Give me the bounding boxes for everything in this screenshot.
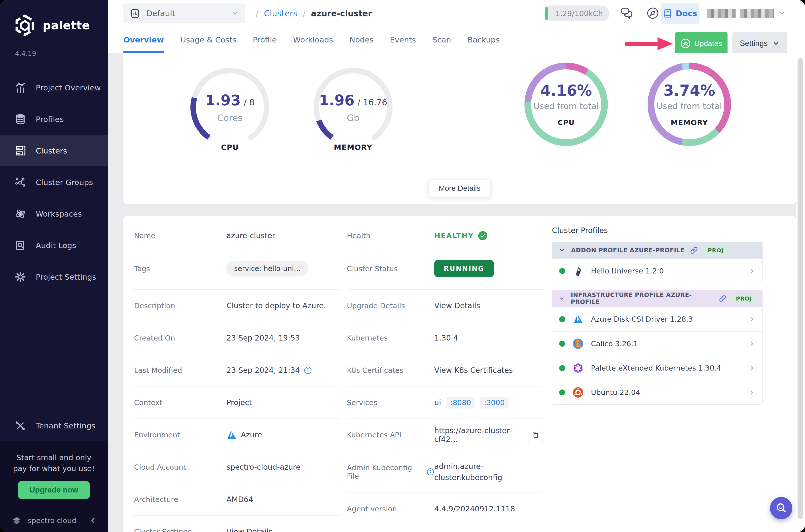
cpu-caption: Used from total	[533, 101, 599, 111]
detail-row-admin-kubeconfig: Admin Kubeconfig File admin.azure-cluste…	[347, 451, 543, 493]
sidebar-item-cluster-groups[interactable]: Cluster Groups	[0, 166, 108, 198]
ubuntu-icon	[572, 386, 584, 398]
kubeconfig-download-link[interactable]: admin.azure-cluster.kubeconfig	[434, 461, 520, 483]
service-port-link[interactable]: :8080	[446, 397, 475, 408]
infrastructure-profile-header[interactable]: INFRASTRUCTURE PROFILE AZURE-PROFILE PRO…	[552, 290, 762, 307]
detail-row-cluster-settings: Cluster Settings View Details	[134, 516, 340, 532]
detail-row-services: Services ui :8080 :3000	[347, 386, 543, 419]
service-port-link[interactable]: :3000	[480, 397, 509, 408]
cluster-settings-link[interactable]: View Details	[227, 527, 340, 532]
usage-donuts: 4.16% Used from total CPU 3.74% Used fro…	[460, 53, 796, 204]
cpu-percent: 4.16%	[540, 82, 592, 99]
tab-usage-costs[interactable]: Usage & Costs	[180, 27, 236, 53]
top-bar: Default / Clusters / azure-cluster 1.29/…	[108, 0, 805, 53]
tab-workloads[interactable]: Workloads	[293, 27, 333, 53]
sidebar-item-clusters[interactable]: Clusters	[0, 135, 108, 166]
tab-events[interactable]: Events	[390, 27, 416, 53]
redacted-username	[707, 9, 736, 18]
search-fab-button[interactable]	[770, 497, 792, 519]
tab-backups[interactable]: Backups	[467, 27, 500, 53]
upgrade-details-link[interactable]: View Details	[434, 301, 543, 310]
sidebar-nav: Project Overview Profiles Clusters	[0, 72, 108, 292]
profile-row-pxk[interactable]: Palette eXtended Kubernetes 1.30.4	[552, 356, 762, 380]
cpu-gauge-label: CPU	[221, 143, 238, 152]
tools-icon	[14, 420, 26, 432]
overview-metrics-card: 1.93 / 8 Cores CPU 1.96	[123, 53, 796, 204]
collapse-sidebar-icon[interactable]	[90, 517, 97, 524]
usage-gauges: 1.93 / 8 Cores CPU 1.96	[123, 53, 460, 204]
info-icon[interactable]	[426, 468, 434, 476]
addon-profile-header[interactable]: ADDON PROFILE AZURE-PROFILE PROJ	[552, 242, 762, 259]
detail-row-tags: Tags service: hello-uni…	[134, 248, 340, 290]
upgrade-now-button[interactable]: Upgrade now	[18, 481, 90, 499]
tag-pill[interactable]: service: hello-uni…	[227, 261, 308, 277]
compass-icon[interactable]	[646, 6, 659, 20]
app-window: palette 4.4.19 Project Overview Profiles	[0, 0, 805, 532]
profile-row-calico[interactable]: Calico 3.26.1	[552, 331, 762, 356]
cpu-gauge: 1.93 / 8 Cores CPU	[170, 62, 289, 179]
scope-badge: PROJ	[704, 245, 728, 255]
detail-row-architecture: Architecture AMD64	[134, 483, 340, 516]
sidebar-item-label: Cluster Groups	[36, 178, 93, 187]
infrastructure-profile-name: INFRASTRUCTURE PROFILE AZURE-PROFILE	[571, 291, 713, 305]
sidebar-item-profiles[interactable]: Profiles	[0, 103, 108, 135]
copy-button[interactable]	[528, 427, 543, 443]
breadcrumb-clusters-link[interactable]: Clusters	[264, 9, 297, 18]
tab-scan[interactable]: Scan	[432, 27, 451, 53]
info-icon[interactable]	[304, 366, 312, 374]
redacted-username	[740, 9, 774, 18]
breadcrumb-separator: /	[256, 9, 258, 18]
tab-nodes[interactable]: Nodes	[349, 27, 373, 53]
updates-icon	[681, 38, 691, 49]
azure-icon	[572, 313, 584, 325]
detail-row-name: Name azure-cluster	[134, 224, 340, 248]
sidebar-item-audit-logs[interactable]: Audit Logs	[0, 229, 108, 261]
detail-row-kubernetes-api: Kubernetes API https://azure-cluster-cf4…	[347, 419, 543, 451]
tab-profile[interactable]: Profile	[253, 27, 276, 53]
memory-unit: Gb	[347, 113, 360, 123]
sidebar-item-label: Tenant Settings	[36, 421, 95, 430]
chevron-right-icon	[748, 340, 755, 347]
breadcrumb: / Clusters / azure-cluster	[256, 3, 372, 23]
chat-icon[interactable]	[619, 6, 634, 21]
link-icon	[719, 295, 726, 302]
k8s-certificates-link[interactable]: View K8s Certificates	[434, 366, 543, 375]
spectro-cloud-logo-icon	[11, 515, 22, 526]
chevron-down-icon	[559, 295, 565, 302]
cluster-profiles-panel: Cluster Profiles ADDON PROFILE AZURE-PRO…	[552, 226, 763, 411]
sidebar-item-label: Workspaces	[36, 209, 82, 218]
sidebar-spacer	[0, 292, 108, 410]
project-selector[interactable]: Default	[123, 3, 245, 23]
profile-row-azure-disk[interactable]: Azure Disk CSI Driver 1.28.3	[552, 307, 762, 331]
chevron-right-icon	[748, 365, 755, 372]
more-details-button[interactable]: More Details	[428, 179, 491, 197]
sidebar-item-label: Clusters	[36, 146, 67, 155]
sidebar-item-tenant-settings[interactable]: Tenant Settings	[0, 410, 108, 441]
settings-button[interactable]: Settings	[732, 32, 787, 55]
app-name: palette	[43, 19, 90, 32]
memory-donut: 3.74% Used from total MEMORY	[630, 60, 749, 176]
chevron-right-icon	[748, 389, 755, 396]
breadcrumb-current: azure-cluster	[311, 9, 372, 18]
updates-button[interactable]: Updates	[675, 32, 728, 55]
status-dot	[559, 316, 565, 322]
main-area: Default / Clusters / azure-cluster 1.29/…	[108, 0, 805, 532]
profile-row-ubuntu[interactable]: Ubuntu 22.04	[552, 380, 762, 404]
sidebar-item-project-settings[interactable]: Project Settings	[0, 261, 108, 292]
calico-icon	[572, 338, 584, 350]
detail-row-health: Health HEALTHY	[347, 224, 543, 248]
tab-overview[interactable]: Overview	[123, 27, 164, 53]
docs-button[interactable]: Docs	[661, 3, 699, 24]
sidebar-item-workspaces[interactable]: Workspaces	[0, 198, 108, 229]
chevron-down-icon	[559, 247, 565, 253]
chevron-right-icon	[748, 316, 755, 323]
upsell-text: Start small and only pay for what you us…	[9, 452, 99, 474]
scrollbar-thumb[interactable]	[798, 58, 803, 519]
book-icon	[663, 9, 672, 18]
profile-row-hello-universe[interactable]: Hello Universe 1.2.0	[552, 259, 762, 283]
sidebar-item-project-overview[interactable]: Project Overview	[0, 72, 108, 103]
chevron-down-icon[interactable]	[779, 10, 786, 17]
check-circle-icon	[478, 231, 488, 241]
chevron-right-icon	[748, 267, 755, 274]
user-menu[interactable]	[707, 9, 774, 18]
